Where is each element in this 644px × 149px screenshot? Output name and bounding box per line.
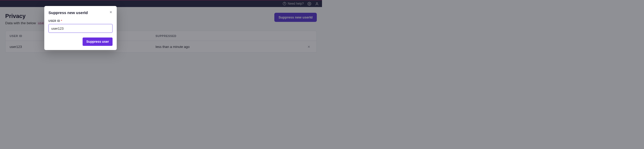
userid-input[interactable] (48, 24, 113, 33)
modal-title: Suppress new userId (48, 10, 88, 15)
modal-actions: Suppress user (48, 38, 113, 46)
suppress-userid-modal: Suppress new userId USER ID * Suppress u… (44, 6, 117, 50)
suppress-user-button[interactable]: Suppress user (83, 38, 113, 46)
modal-header: Suppress new userId (48, 10, 113, 15)
close-icon[interactable] (109, 10, 113, 15)
userid-field-label: USER ID * (48, 20, 113, 22)
field-label-text: USER ID (48, 20, 60, 22)
required-indicator: * (61, 20, 62, 22)
